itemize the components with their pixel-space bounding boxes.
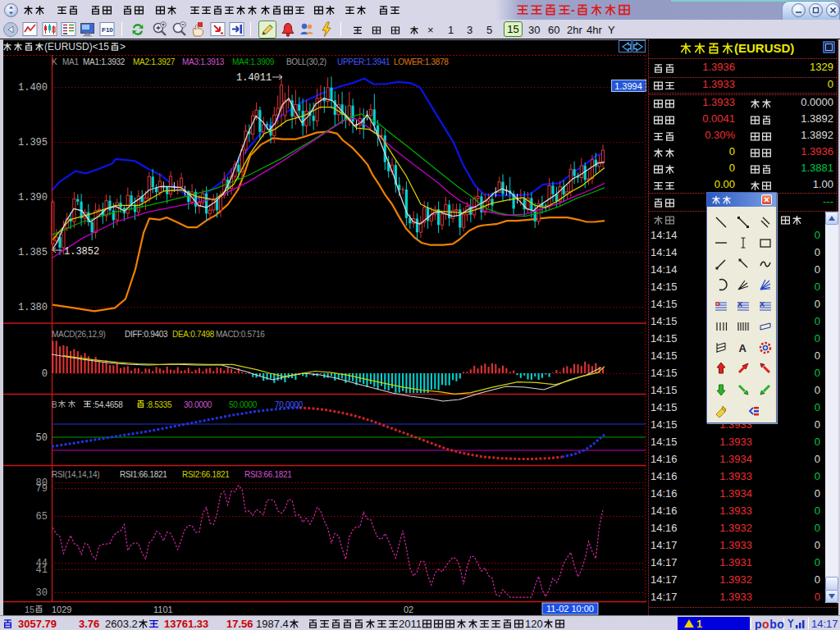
svg-text:B: B: [52, 400, 57, 409]
svg-text:1.380: 1.380: [18, 302, 48, 313]
svg-text:65: 65: [36, 511, 48, 523]
svg-text:1101: 1101: [153, 605, 173, 614]
svg-text:1.390: 1.390: [18, 192, 48, 203]
svg-text:30.0000: 30.0000: [184, 400, 212, 409]
svg-text:1.385: 1.385: [18, 247, 48, 258]
svg-text:G: G: [715, 300, 720, 308]
svg-text:KMA1MA1:1.3932MA2:1.3927MA3:1.: KMA1MA1:1.3932MA2:1.3927MA3:1.3913MA4:1.…: [52, 57, 449, 66]
svg-text::54.4658: :54.4658: [93, 400, 123, 409]
svg-text:A: A: [739, 342, 747, 354]
svg-text:15: 15: [25, 605, 34, 614]
svg-text:0: 0: [42, 368, 48, 380]
svg-text::8.5335: :8.5335: [146, 400, 172, 409]
svg-text:50: 50: [36, 432, 48, 444]
svg-text:02: 02: [404, 605, 413, 614]
svg-text:11-02 10:00: 11-02 10:00: [546, 604, 594, 614]
svg-text:30: 30: [36, 587, 48, 599]
svg-text:1.395: 1.395: [18, 137, 48, 148]
svg-text:X: X: [760, 300, 765, 308]
svg-text:1.400: 1.400: [18, 82, 48, 94]
svg-text:79: 79: [36, 483, 48, 495]
svg-text:1029: 1029: [52, 605, 71, 614]
svg-text:70.0000: 70.0000: [275, 400, 304, 409]
svg-text:50.0000: 50.0000: [229, 400, 258, 409]
svg-text:MACD(26,12,9)DIFF:0.9403DEA:0.: MACD(26,12,9)DIFF:0.9403DEA:0.7498MACD:0…: [52, 330, 265, 339]
svg-text:1.3852: 1.3852: [64, 246, 99, 258]
svg-text:1.3994: 1.3994: [614, 81, 642, 91]
svg-text:F10: F10: [102, 26, 113, 34]
svg-text:41: 41: [36, 564, 48, 576]
svg-text:1.4011: 1.4011: [236, 72, 272, 84]
svg-text:X: X: [737, 300, 742, 308]
